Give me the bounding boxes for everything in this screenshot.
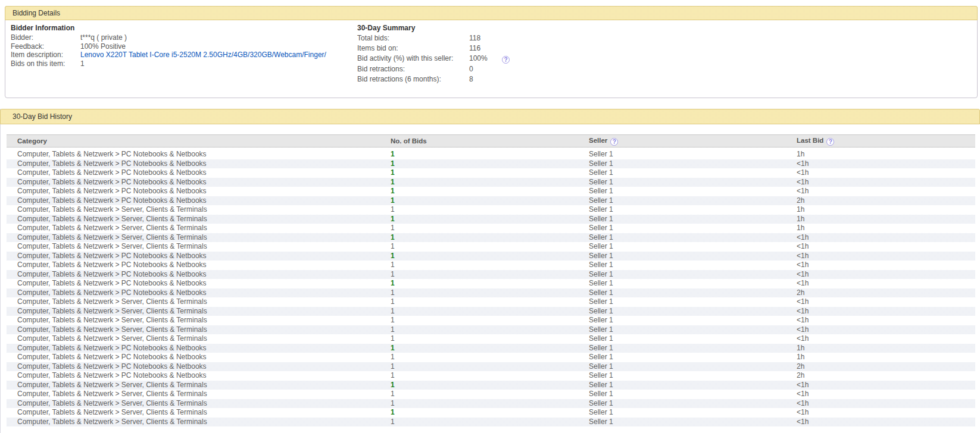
no-of-bids-cell: 1 [388,279,584,288]
category-cell: Computer, Tablets & Netzwerk > PC Notebo… [7,178,388,187]
last-bid-cell: 1h [792,353,975,362]
seller-cell: Seller 1 [584,261,792,270]
seller-cell: Seller 1 [584,215,792,224]
no-of-bids-cell: 1 [388,353,584,362]
summary-label: Total bids: [357,33,469,43]
last-bid-cell: <1h [792,279,975,288]
table-row: Computer, Tablets & Netzwerk > PC Notebo… [7,344,975,353]
seller-cell: Seller 1 [584,187,792,196]
seller-cell: Seller 1 [584,196,792,206]
last-bid-cell: <1h [792,418,975,427]
category-cell: Computer, Tablets & Netzwerk > Server, C… [7,205,388,215]
table-row: Computer, Tablets & Netzwerk > Server, C… [7,408,975,418]
category-cell: Computer, Tablets & Netzwerk > PC Notebo… [7,168,388,178]
bid-history-panel: 30-Day Bid History Category No. of Bids … [0,109,980,433]
summary-value: 116 [469,43,493,54]
last-bid-cell: 1h [792,224,975,233]
category-cell: Computer, Tablets & Netzwerk > Server, C… [7,334,388,344]
no-of-bids-cell: 1 [388,344,584,353]
no-of-bids-cell: 1 [388,261,584,270]
table-row: Computer, Tablets & Netzwerk > Server, C… [7,224,975,233]
last-bid-cell: 1h [792,344,975,353]
last-bid-cell: <1h [792,390,975,399]
bidder-information-title: Bidder Information [11,24,326,32]
seller-cell: Seller 1 [584,168,792,178]
info-value: 1 [80,59,85,68]
table-row: Computer, Tablets & Netzwerk > PC Notebo… [7,196,975,206]
seller-cell: Seller 1 [584,353,792,362]
no-of-bids-cell: 1 [388,399,584,409]
summary-label: Bid retractions (6 months): [357,74,469,84]
category-cell: Computer, Tablets & Netzwerk > Server, C… [7,399,388,409]
table-row: Computer, Tablets & Netzwerk > PC Notebo… [7,270,975,280]
category-cell: Computer, Tablets & Netzwerk > PC Notebo… [7,159,388,169]
seller-cell: Seller 1 [584,418,792,427]
no-of-bids-cell: 1 [388,178,584,187]
category-cell: Computer, Tablets & Netzwerk > PC Notebo… [7,187,388,196]
no-of-bids-cell: 1 [388,205,584,215]
no-of-bids-cell: 1 [388,334,584,344]
category-cell: Computer, Tablets & Netzwerk > Server, C… [7,215,388,224]
thirty-day-summary-rows: Total bids:118 Items bid on:116 Bid acti… [357,33,510,84]
bidder-info-row: Bids on this item:1 [11,59,326,68]
table-row: Computer, Tablets & Netzwerk > PC Notebo… [7,159,975,169]
table-row: Computer, Tablets & Netzwerk > Server, C… [7,334,975,344]
bidder-info-row: Item description:Lenovo X220T Tablet I-C… [11,51,326,59]
table-row: Computer, Tablets & Netzwerk > Server, C… [7,390,975,399]
seller-cell: Seller 1 [584,178,792,187]
bid-history-table: Category No. of Bids Seller? Last Bid? C… [7,134,975,426]
seller-cell: Seller 1 [584,362,792,372]
bidder-information-section: Bidder Information Bidder:t***q ( privat… [11,24,326,68]
category-cell: Computer, Tablets & Netzwerk > PC Notebo… [7,150,388,159]
info-label: Bidder: [11,33,80,42]
last-bid-cell: <1h [792,233,975,243]
seller-cell: Seller 1 [584,316,792,325]
last-bid-cell: 1h [792,215,975,224]
no-of-bids-cell: 1 [388,196,584,206]
seller-cell: Seller 1 [584,288,792,298]
last-bid-cell: <1h [792,159,975,169]
category-cell: Computer, Tablets & Netzwerk > PC Notebo… [7,252,388,261]
table-row: Computer, Tablets & Netzwerk > Server, C… [7,242,975,252]
category-cell: Computer, Tablets & Netzwerk > PC Notebo… [7,261,388,270]
no-of-bids-cell: 1 [388,150,584,159]
seller-cell: Seller 1 [584,224,792,233]
table-row: Computer, Tablets & Netzwerk > PC Notebo… [7,279,975,288]
category-cell: Computer, Tablets & Netzwerk > PC Notebo… [7,270,388,280]
table-row: Computer, Tablets & Netzwerk > PC Notebo… [7,362,975,372]
no-of-bids-cell: 1 [388,168,584,178]
last-bid-cell: <1h [792,408,975,418]
last-bid-cell: <1h [792,261,975,270]
category-cell: Computer, Tablets & Netzwerk > PC Notebo… [7,353,388,362]
thirty-day-summary-title: 30-Day Summary [357,24,510,32]
help-icon[interactable]: ? [502,56,510,64]
last-bid-cell: 2h [792,196,975,206]
seller-cell: Seller 1 [584,390,792,399]
info-value: t***q ( private ) [80,33,127,42]
bid-history-rows: Computer, Tablets & Netzwerk > PC Notebo… [7,150,975,426]
table-row: Computer, Tablets & Netzwerk > PC Notebo… [7,288,975,298]
last-bid-cell: <1h [792,242,975,252]
category-cell: Computer, Tablets & Netzwerk > PC Notebo… [7,288,388,298]
table-row: Computer, Tablets & Netzwerk > Server, C… [7,233,975,243]
last-bid-cell: <1h [792,168,975,178]
no-of-bids-cell: 1 [388,187,584,196]
table-row: Computer, Tablets & Netzwerk > Server, C… [7,325,975,335]
thirty-day-summary-section: 30-Day Summary Total bids:118 Items bid … [357,24,510,84]
seller-cell: Seller 1 [584,307,792,316]
no-of-bids-cell: 1 [388,371,584,381]
seller-cell: Seller 1 [584,297,792,307]
info-label: Item description: [11,51,80,59]
seller-help-icon[interactable]: ? [610,138,618,146]
summary-label: Bid activity (%) with this seller: [357,54,469,64]
seller-cell: Seller 1 [584,252,792,261]
bidder-info-row: Bidder:t***q ( private ) [11,33,326,42]
last-bid-cell: 2h [792,371,975,381]
bidding-details-title: Bidding Details [13,9,60,17]
seller-cell: Seller 1 [584,325,792,335]
no-of-bids-cell: 1 [388,418,584,427]
summary-value: 0 [469,64,493,74]
last-bid-help-icon[interactable]: ? [826,138,834,146]
table-row: Computer, Tablets & Netzwerk > PC Notebo… [7,261,975,270]
last-bid-cell: 1h [792,205,975,215]
